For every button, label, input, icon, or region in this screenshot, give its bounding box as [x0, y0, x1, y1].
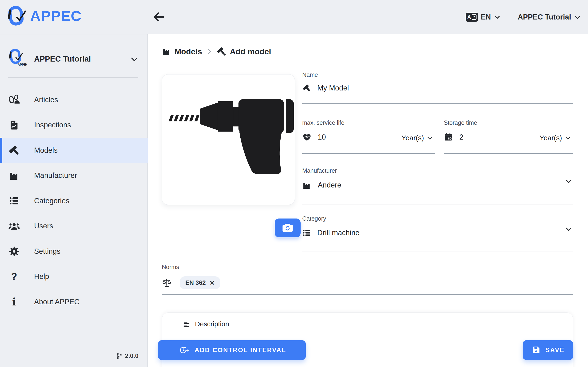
save-floppy-icon	[531, 346, 541, 355]
language-selector[interactable]: A7 EN	[466, 13, 501, 22]
remove-norm-icon[interactable]: ✕	[209, 280, 215, 286]
chevron-down-icon	[426, 135, 433, 141]
unit-label: Year(s)	[401, 134, 424, 142]
sidebar-item-label: Models	[34, 146, 58, 155]
category-value: Drill machine	[317, 229, 359, 237]
norm-chip: EN 362 ✕	[180, 276, 220, 289]
sidebar-item-label: About APPEC	[34, 298, 79, 306]
top-header: APPEC A7 EN APPEC Tutorial	[0, 0, 588, 34]
sidebar-item-about[interactable]: i About APPEC	[0, 289, 148, 314]
factory-icon	[162, 47, 171, 56]
manufacturer-label: Manufacturer	[302, 167, 337, 174]
norms-input[interactable]: EN 362 ✕	[162, 276, 220, 289]
document-report-icon	[8, 119, 20, 131]
camera-sync-icon	[282, 223, 294, 233]
storage-time-underline	[444, 153, 573, 154]
breadcrumb-current: Add model	[217, 47, 271, 56]
brand-name: APPEC	[30, 9, 82, 23]
question-mark-icon: ?	[8, 271, 20, 283]
ppe-equipment-icon	[8, 94, 20, 106]
hammer-icon	[302, 84, 311, 92]
storage-time-value: 2	[459, 133, 463, 142]
factory-icon	[8, 170, 20, 181]
max-service-life-unit-select[interactable]: Year(s)	[401, 134, 433, 142]
sidebar-item-manufacturer[interactable]: Manufacturer	[0, 163, 148, 188]
header-actions: A7 EN APPEC Tutorial	[466, 0, 581, 34]
save-button[interactable]: SAVE	[523, 340, 573, 360]
factory-icon	[302, 180, 312, 190]
norms-underline	[162, 294, 573, 295]
sidebar-item-label: Manufacturer	[34, 171, 77, 180]
norms-label: Norms	[162, 264, 179, 270]
arrow-left-icon	[152, 10, 166, 24]
app-version: 2.0.0	[116, 352, 138, 359]
sidebar-item-label: Articles	[34, 96, 58, 104]
max-service-life-input[interactable]: 10	[302, 133, 326, 142]
svg-text:APPEC: APPEC	[18, 63, 27, 66]
category-select[interactable]: Drill machine	[302, 228, 359, 237]
storage-time-unit-select[interactable]: Year(s)	[540, 134, 571, 142]
sidebar: APPEC APPEC Tutorial Articles	[0, 34, 148, 367]
version-text: 2.0.0	[125, 352, 138, 359]
sidebar-item-models[interactable]: Models	[0, 138, 148, 163]
org-selector[interactable]: APPEC APPEC Tutorial	[0, 47, 148, 71]
sidebar-item-inspections[interactable]: Inspections	[0, 112, 148, 137]
chevron-down-icon	[574, 14, 581, 21]
hammer-plus-icon	[217, 47, 226, 56]
chevron-down-icon	[494, 14, 501, 21]
sidebar-item-label: Users	[34, 222, 53, 230]
model-image-card	[162, 74, 295, 205]
calendar-clock-icon	[444, 133, 453, 142]
change-image-button[interactable]	[275, 218, 301, 237]
chevron-down-icon[interactable]	[565, 177, 573, 185]
storage-time-label: Storage time	[444, 119, 477, 126]
account-name: APPEC Tutorial	[518, 13, 571, 21]
unit-label: Year(s)	[540, 134, 562, 142]
max-service-life-label: max. service life	[302, 119, 344, 126]
manufacturer-select[interactable]: Andere	[302, 180, 341, 190]
chevron-down-icon	[130, 55, 139, 64]
description-header: Description	[183, 320, 229, 328]
storage-time-input[interactable]: 2	[444, 133, 463, 142]
gear-icon	[8, 246, 20, 257]
appec-logo: APPEC	[7, 4, 82, 28]
sidebar-item-help[interactable]: ? Help	[0, 264, 148, 289]
list-icon	[8, 195, 20, 207]
info-icon: i	[8, 296, 20, 308]
name-label: Name	[302, 71, 318, 78]
name-input[interactable]: My Model	[302, 84, 349, 92]
sidebar-item-users[interactable]: Users	[0, 213, 148, 239]
sidebar-item-settings[interactable]: Settings	[0, 239, 148, 264]
breadcrumb-models[interactable]: Models	[162, 47, 202, 56]
manufacturer-value: Andere	[318, 181, 341, 189]
sidebar-item-label: Help	[34, 272, 49, 281]
add-control-interval-button[interactable]: ADD CONTROL INTERVAL	[158, 340, 306, 360]
account-selector[interactable]: APPEC Tutorial	[518, 13, 581, 21]
name-value: My Model	[317, 84, 349, 92]
translate-icon: A7	[466, 13, 478, 22]
git-branch-icon	[116, 352, 123, 359]
norm-chip-label: EN 362	[185, 279, 206, 286]
save-label: SAVE	[545, 347, 565, 354]
sidebar-item-articles[interactable]: Articles	[0, 87, 148, 112]
chevron-down-icon[interactable]	[565, 225, 573, 233]
list-icon	[302, 228, 311, 237]
category-underline	[302, 251, 573, 251]
drill-image	[162, 75, 295, 205]
category-label: Category	[302, 215, 326, 222]
carabiner-logo-small-icon: APPEC	[8, 48, 27, 70]
heart-pulse-icon	[302, 133, 312, 142]
clock-rotate-plus-icon	[178, 344, 190, 356]
max-service-life-underline	[302, 153, 435, 154]
sidebar-item-categories[interactable]: Categories	[0, 188, 148, 213]
manufacturer-underline	[302, 204, 573, 204]
back-button[interactable]	[152, 10, 166, 24]
breadcrumb-current-label: Add model	[230, 47, 271, 56]
add-control-interval-label: ADD CONTROL INTERVAL	[195, 347, 286, 354]
sidebar-item-label: Categories	[34, 197, 69, 205]
org-name: APPEC Tutorial	[34, 55, 91, 63]
align-left-icon	[183, 321, 190, 328]
sidebar-item-label: Inspections	[34, 121, 71, 129]
description-label: Description	[195, 320, 229, 328]
max-service-life-value: 10	[318, 133, 326, 142]
